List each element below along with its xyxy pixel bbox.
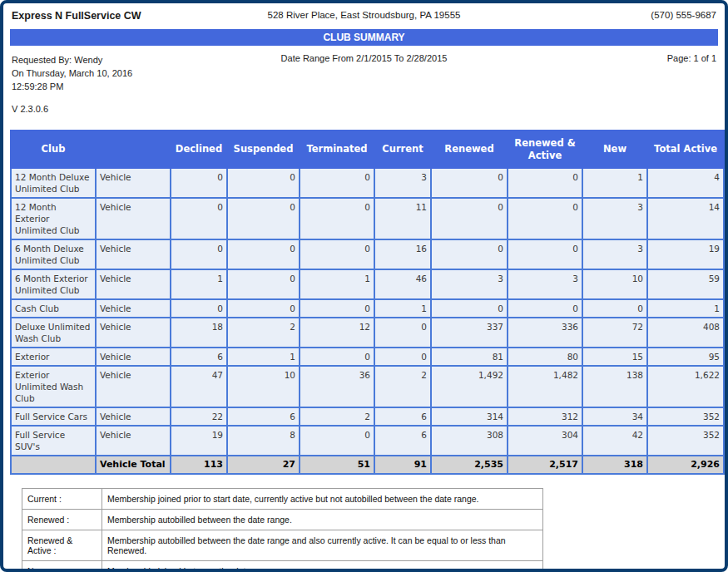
club-name-cell: 6 Month Deluxe Unlimited Club	[11, 239, 96, 269]
table-row: Exterior Unlimited Wash ClubVehicle47103…	[11, 366, 724, 407]
club-name-cell: Deluxe Unlimited Wash Club	[11, 318, 96, 348]
legend-definition-cell: Membership joined between the date range…	[102, 561, 543, 572]
column-header: Total Active	[647, 131, 724, 168]
column-header: Renewed & Active	[508, 131, 582, 168]
requested-by: Requested By: Wendy	[12, 53, 219, 67]
report-title-bar: CLUB SUMMARY	[10, 29, 718, 46]
value-cell: 16	[374, 239, 431, 269]
value-cell: 0	[508, 168, 582, 198]
value-cell: 42	[582, 426, 647, 456]
legend-table-body: Current :Membership joined prior to star…	[22, 489, 543, 572]
value-cell: 0	[171, 168, 227, 198]
value-cell: 312	[508, 407, 582, 426]
membership-type-cell: Vehicle	[96, 348, 171, 366]
value-cell: 14	[647, 198, 724, 239]
value-cell: 19	[647, 239, 724, 269]
value-cell: 22	[171, 407, 227, 426]
value-cell: 6	[227, 407, 300, 426]
value-cell: 0	[508, 198, 582, 239]
value-cell: 3	[374, 168, 431, 198]
club-summary-table: ClubDeclinedSuspendedTerminatedCurrentRe…	[10, 130, 725, 475]
business-address: 528 River Place, East Stroudsburg, PA 19…	[219, 10, 509, 20]
value-cell: 0	[227, 269, 300, 299]
membership-type-cell: Vehicle	[96, 239, 171, 269]
membership-type-cell: Vehicle	[96, 168, 171, 198]
legend-definition-cell: Membership autobilled between the date r…	[102, 530, 543, 561]
club-name-cell: Full Service Cars	[11, 407, 96, 426]
legend-definition-cell: Membership joined prior to start date, c…	[102, 489, 543, 510]
table-row: Cash ClubVehicle00010001	[11, 299, 724, 318]
legend-row: Current :Membership joined prior to star…	[22, 489, 543, 510]
value-cell: 0	[300, 239, 374, 269]
value-cell: 47	[171, 366, 227, 407]
total-value-cell: 2,517	[508, 456, 582, 474]
column-header: Terminated	[300, 131, 374, 168]
value-cell: 314	[431, 407, 508, 426]
membership-type-cell: Vehicle	[96, 366, 171, 407]
value-cell: 0	[227, 239, 300, 269]
club-table-header-row: ClubDeclinedSuspendedTerminatedCurrentRe…	[11, 131, 724, 168]
value-cell: 59	[647, 269, 724, 299]
value-cell: 3	[508, 269, 582, 299]
value-cell: 81	[431, 348, 508, 366]
value-cell: 15	[582, 348, 647, 366]
value-cell: 138	[582, 366, 647, 407]
club-table-body: 12 Month Deluxe Unlimited ClubVehicle000…	[11, 168, 724, 474]
value-cell: 337	[431, 318, 508, 348]
value-cell: 19	[171, 426, 227, 456]
requested-time: 12:59:28 PM	[12, 80, 219, 93]
club-name-cell: 12 Month Exterior Unlimited Club	[11, 198, 96, 239]
legend-definition-cell: Membership autobilled between the date r…	[102, 510, 543, 530]
value-cell: 0	[171, 239, 227, 269]
table-row: Deluxe Unlimited Wash ClubVehicle1821203…	[11, 318, 724, 348]
value-cell: 3	[582, 239, 647, 269]
value-cell: 46	[374, 269, 431, 299]
column-header: Renewed	[431, 131, 508, 168]
value-cell: 34	[582, 407, 647, 426]
value-cell: 36	[300, 366, 374, 407]
column-header: Suspended	[227, 131, 300, 168]
value-cell: 0	[582, 299, 647, 318]
value-cell: 0	[431, 239, 508, 269]
value-cell: 0	[227, 299, 300, 318]
value-cell: 1,482	[508, 366, 582, 407]
value-cell: 6	[374, 407, 431, 426]
value-cell: 0	[374, 318, 431, 348]
value-cell: 1,492	[431, 366, 508, 407]
value-cell: 80	[508, 348, 582, 366]
total-row-spacer-cell	[11, 456, 96, 474]
total-row-label-cell: Vehicle Total	[96, 456, 171, 474]
app-version: V 2.3.0.6	[12, 102, 219, 116]
value-cell: 408	[647, 318, 724, 348]
value-cell: 10	[582, 269, 647, 299]
membership-type-cell: Vehicle	[96, 299, 171, 318]
membership-type-cell: Vehicle	[96, 407, 171, 426]
column-header: Current	[374, 131, 431, 168]
value-cell: 2	[300, 407, 374, 426]
value-cell: 8	[227, 426, 300, 456]
total-value-cell: 51	[300, 456, 374, 474]
value-cell: 1	[227, 348, 300, 366]
legend-term-cell: Current :	[22, 489, 102, 510]
value-cell: 12	[300, 318, 374, 348]
total-value-cell: 113	[171, 456, 227, 474]
value-cell: 2	[227, 318, 300, 348]
value-cell: 0	[431, 299, 508, 318]
value-cell: 0	[300, 348, 374, 366]
membership-type-cell: Vehicle	[96, 269, 171, 299]
value-cell: 0	[300, 426, 374, 456]
value-cell: 304	[508, 426, 582, 456]
club-name-cell: Exterior	[11, 348, 96, 366]
report-page: Express N FullService CW 528 River Place…	[0, 0, 728, 572]
value-cell: 308	[431, 426, 508, 456]
report-meta: Requested By: Wendy On Thursday, March 1…	[3, 46, 725, 116]
value-cell: 0	[227, 168, 300, 198]
value-cell: 11	[374, 198, 431, 239]
table-row: Full Service CarsVehicle2262631431234352	[11, 407, 724, 426]
value-cell: 6	[171, 348, 227, 366]
requested-date: On Thursday, March 10, 2016	[12, 67, 219, 80]
club-name-cell: Full Service SUV's	[11, 426, 96, 456]
value-cell: 0	[300, 299, 374, 318]
table-row: Full Service SUV'sVehicle198063083044235…	[11, 426, 724, 456]
column-header	[96, 131, 171, 168]
